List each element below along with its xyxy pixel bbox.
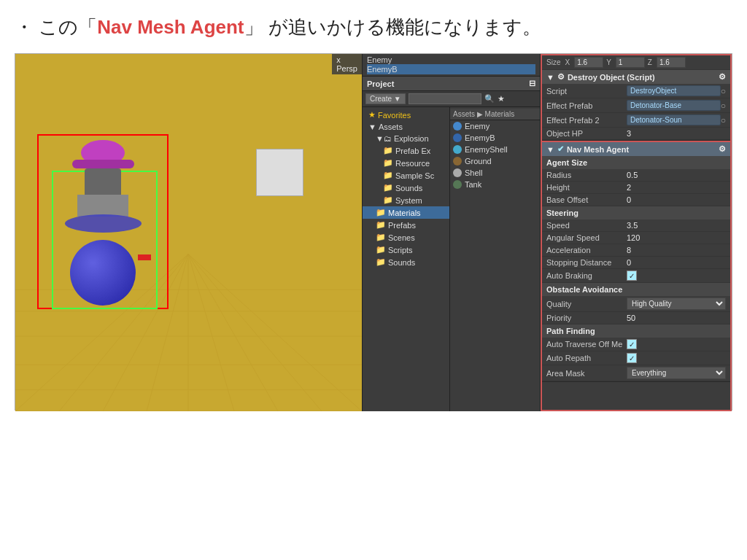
mat-ball-enemyShell xyxy=(453,145,462,154)
size-z-input[interactable] xyxy=(657,57,686,68)
auto-braking-checkbox[interactable]: ✓ xyxy=(627,271,637,281)
auto-repath-checkbox[interactable]: ✓ xyxy=(627,353,637,363)
auto-braking-row: Auto Braking ✓ xyxy=(542,269,730,283)
stopping-dist-value: 0 xyxy=(627,258,726,267)
nav-toggle-icon[interactable]: ▼ xyxy=(546,145,554,154)
assets-prefabs[interactable]: 📁 Prefabs xyxy=(363,219,449,231)
size-x-input[interactable] xyxy=(574,57,603,68)
nav-mesh-section: ▼ ✔ Nav Mesh Agent ⚙ Agent Size Radius 0… xyxy=(542,141,730,382)
viewport: x Persp xyxy=(15,54,362,411)
assets-resource[interactable]: 📁 Resource xyxy=(363,157,449,169)
angular-speed-value: 120 xyxy=(627,233,726,242)
quality-value: High Quality Medium Quality Low Quality … xyxy=(627,298,726,310)
object-hp-value: 3 xyxy=(627,129,726,138)
panel-columns: ★ Favorites ▼ Assets ▼🗂 Explosion 📁 Pref… xyxy=(363,107,540,411)
auto-traverse-checkbox[interactable]: ✓ xyxy=(627,339,637,349)
agent-size-label: Agent Size xyxy=(542,156,730,169)
destroy-toggle-icon[interactable]: ▼ xyxy=(546,73,554,82)
favorites-item[interactable]: ★ Favorites xyxy=(363,109,449,121)
object-hp-row: Object HP 3 xyxy=(542,128,730,140)
script-label: Script xyxy=(546,87,627,96)
radius-label: Radius xyxy=(546,171,627,179)
effect-prefab-value: Detonator-Base xyxy=(627,100,721,111)
auto-traverse-row: Auto Traverse Off Me ✓ xyxy=(542,338,730,351)
effect-prefab2-label: Effect Prefab 2 xyxy=(546,116,627,125)
mat-ground[interactable]: Ground xyxy=(450,155,540,167)
mat-tank[interactable]: Tank xyxy=(450,179,540,190)
auto-repath-value: ✓ xyxy=(627,353,726,363)
quality-label: Quality xyxy=(546,300,627,308)
search-icon[interactable]: 🔍 xyxy=(484,94,495,104)
assets-sample-sc[interactable]: 📁 Sample Sc xyxy=(363,169,449,182)
destroy-section-label: Destroy Object (Script) xyxy=(568,73,655,82)
title-area: ・ この「Nav Mesh Agent」 が追いかける機能になります。 xyxy=(15,15,732,40)
nav-section-icons: ⚙ xyxy=(719,144,726,154)
assets-sounds[interactable]: 📁 Sounds xyxy=(363,256,449,268)
base-offset-label: Base Offset xyxy=(546,195,627,204)
mat-enemyShell[interactable]: EnemyShell xyxy=(450,144,540,155)
auto-braking-value: ✓ xyxy=(627,271,726,281)
angular-speed-row: Angular Speed 120 xyxy=(542,232,730,244)
auto-traverse-value: ✓ xyxy=(627,339,726,349)
nav-settings-icon[interactable]: ⚙ xyxy=(719,144,726,154)
size-y-input[interactable] xyxy=(616,57,645,68)
assets-sounds-sub[interactable]: 📁 Sounds xyxy=(363,182,449,194)
quality-select[interactable]: High Quality Medium Quality Low Quality … xyxy=(627,298,726,310)
effect-prefab2-value: Detonator-Soun xyxy=(627,114,721,125)
star-icon[interactable]: ★ xyxy=(498,94,505,104)
mat-ball-enemy xyxy=(453,122,462,131)
auto-braking-label: Auto Braking xyxy=(546,271,627,280)
right-column: Assets ▶ Materials Enemy EnemyB EnemyShe… xyxy=(450,107,540,411)
height-label: Height xyxy=(546,183,627,192)
create-button[interactable]: Create ▼ xyxy=(365,93,406,104)
mat-ball-tank xyxy=(453,180,462,189)
gear-icon: ⚙ xyxy=(557,72,565,82)
object-hp-label: Object HP xyxy=(546,129,627,138)
radius-value: 0.5 xyxy=(627,171,726,179)
viewport-close[interactable]: x xyxy=(336,55,341,64)
project-header-icon: ⊟ xyxy=(529,79,535,88)
viewport-label: Persp xyxy=(336,64,357,73)
search-input[interactable] xyxy=(409,93,481,104)
page-container: ・ この「Nav Mesh Agent」 が追いかける機能になります。 x Pe… xyxy=(0,0,747,560)
height-value: 2 xyxy=(627,183,726,192)
settings-icon[interactable]: ⚙ xyxy=(719,72,726,82)
stopping-dist-label: Stopping Distance xyxy=(546,258,627,267)
hierarchy-enemy[interactable]: Enemy xyxy=(367,55,392,64)
assets-scripts[interactable]: 📁 Scripts xyxy=(363,244,449,256)
effect-prefab-row: Effect Prefab Detonator-Base ○ xyxy=(542,98,730,113)
effect-prefab2-circle-icon[interactable]: ○ xyxy=(721,115,726,125)
mat-ball-enemyB xyxy=(453,133,462,142)
nav-mesh-label: Nav Mesh Agent xyxy=(567,145,629,154)
assets-explosion[interactable]: ▼🗂 Explosion xyxy=(363,133,449,144)
assets-prefab-ex[interactable]: 📁 Prefab Ex xyxy=(363,144,449,157)
nav-check-icon[interactable]: ✔ xyxy=(557,144,564,154)
project-label: Project xyxy=(367,79,394,88)
priority-value: 50 xyxy=(627,314,726,322)
star-folder-icon: ★ xyxy=(368,110,376,120)
mat-enemyB[interactable]: EnemyB xyxy=(450,132,540,144)
script-value: DestroyObject xyxy=(627,85,721,96)
title-post: 」 が追いかける機能になります。 xyxy=(244,16,541,38)
assets-materials[interactable]: 📁 Materials xyxy=(363,206,449,219)
assets-system[interactable]: 📁 System xyxy=(363,194,449,206)
effect-prefab-circle-icon[interactable]: ○ xyxy=(721,101,726,111)
mat-shell[interactable]: Shell xyxy=(450,167,540,179)
mat-enemy[interactable]: Enemy xyxy=(450,120,540,132)
script-circle-icon[interactable]: ○ xyxy=(721,86,726,96)
hierarchy-enemyB[interactable]: EnemyB xyxy=(367,64,535,74)
script-ref[interactable]: DestroyObject xyxy=(627,85,721,96)
area-mask-label: Area Mask xyxy=(546,369,627,378)
assets-scenes[interactable]: 📁 Scenes xyxy=(363,231,449,244)
project-panel: Enemy EnemyB Project ⊟ Create ▼ 🔍 ★ ★ Fa… xyxy=(362,54,541,411)
effect-prefab2-ref[interactable]: Detonator-Soun xyxy=(627,114,721,125)
assets-root[interactable]: ▼ Assets xyxy=(363,121,449,133)
area-mask-select[interactable]: Everything Nothing xyxy=(627,367,726,379)
size-label: Size xyxy=(546,58,560,66)
effect-prefab-ref[interactable]: Detonator-Base xyxy=(627,100,721,111)
priority-row: Priority 50 xyxy=(542,312,730,324)
enemy-brim xyxy=(72,160,134,168)
svg-line-5 xyxy=(188,254,234,411)
destroy-section: ▼ ⚙ Destroy Object (Script) ⚙ Script Des… xyxy=(542,70,730,141)
speed-row: Speed 3.5 xyxy=(542,219,730,232)
